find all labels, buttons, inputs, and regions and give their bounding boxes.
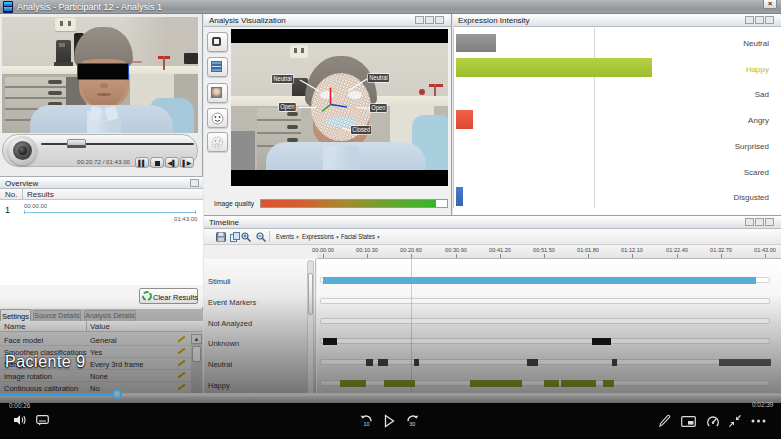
svg-text:30: 30	[409, 421, 415, 427]
svg-text:10: 10	[363, 421, 369, 427]
